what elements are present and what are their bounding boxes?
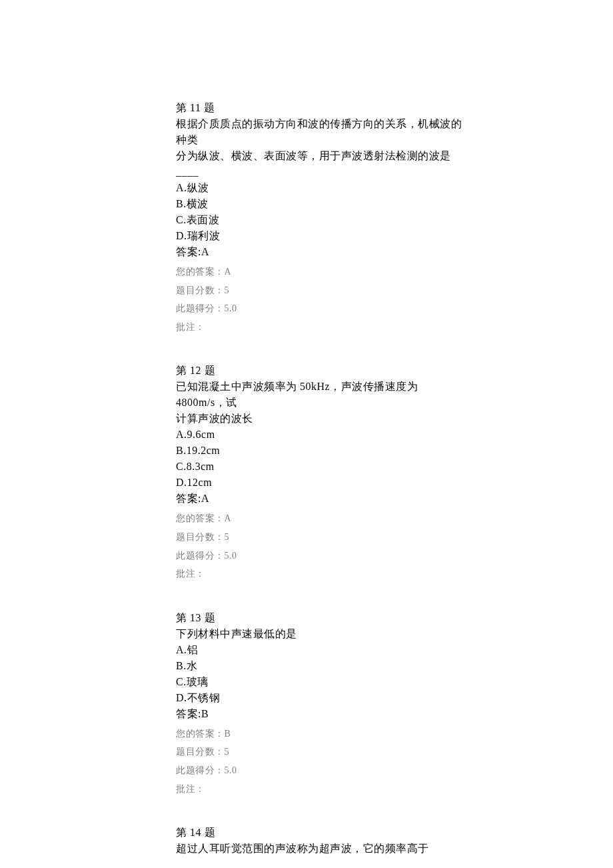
option-d: D.不锈钢	[176, 690, 469, 706]
question-stem: 下列材料中声速最低的是	[176, 626, 469, 642]
question-max-score: 题目分数：5	[176, 284, 469, 297]
remark: 批注：	[176, 567, 469, 581]
question-stem: 分为纵波、横波、表面波等，用于声波透射法检测的波是____	[176, 148, 469, 180]
question-number: 第 12 题	[176, 363, 469, 379]
correct-answer: 答案:A	[176, 244, 469, 260]
your-answer: 您的答案：A	[176, 512, 469, 525]
option-d: D.瑞利波	[176, 228, 469, 244]
question-block: 第 11 题 根据介质质点的振动方向和波的传播方向的关系，机械波的种类 分为纵波…	[176, 100, 469, 333]
correct-answer: 答案:A	[176, 491, 469, 507]
option-b: B.水	[176, 658, 469, 674]
question-max-score: 题目分数：5	[176, 531, 469, 544]
option-b: B.横波	[176, 196, 469, 212]
question-stem: 根据介质质点的振动方向和波的传播方向的关系，机械波的种类	[176, 116, 469, 148]
question-got-score: 此题得分：5.0	[176, 302, 469, 315]
option-b: B.19.2cm	[176, 443, 469, 459]
question-number: 第 11 题	[176, 100, 469, 116]
option-a: A.纵波	[176, 180, 469, 196]
document-page: 第 11 题 根据介质质点的振动方向和波的传播方向的关系，机械波的种类 分为纵波…	[0, 0, 469, 868]
correct-answer: 答案:B	[176, 706, 469, 722]
remark: 批注：	[176, 321, 469, 334]
option-d: D.12cm	[176, 475, 469, 491]
option-c: C.8.3cm	[176, 459, 469, 475]
question-got-score: 此题得分：5.0	[176, 549, 469, 563]
your-answer: 您的答案：B	[176, 727, 469, 741]
question-number: 第 14 题	[176, 825, 469, 841]
option-c: C.表面波	[176, 212, 469, 228]
question-number: 第 13 题	[176, 610, 469, 626]
question-block: 第 14 题 超过人耳听觉范围的声波称为超声波，它的频率高于	[176, 825, 469, 857]
option-a: A.铝	[176, 642, 469, 658]
remark: 批注：	[176, 783, 469, 796]
question-stem: 计算声波的波长	[176, 411, 469, 427]
question-max-score: 题目分数：5	[176, 745, 469, 759]
question-stem: 已知混凝土中声波频率为 50kHz，声波传播速度为 4800m/s，试	[176, 379, 469, 411]
option-a: A.9.6cm	[176, 427, 469, 443]
option-c: C.玻璃	[176, 674, 469, 690]
question-block: 第 12 题 已知混凝土中声波频率为 50kHz，声波传播速度为 4800m/s…	[176, 363, 469, 580]
question-got-score: 此题得分：5.0	[176, 764, 469, 777]
your-answer: 您的答案：A	[176, 265, 469, 279]
question-stem: 超过人耳听觉范围的声波称为超声波，它的频率高于	[176, 841, 469, 857]
question-block: 第 13 题 下列材料中声速最低的是 A.铝 B.水 C.玻璃 D.不锈钢 答案…	[176, 610, 469, 795]
